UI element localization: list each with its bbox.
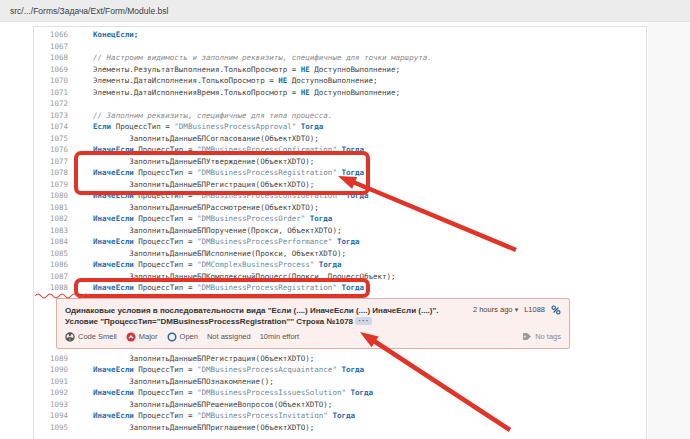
issue-severity-label[interactable]: Major bbox=[139, 332, 158, 341]
tag-icon bbox=[522, 332, 532, 341]
issue-box[interactable]: Одинаковые условия в последовательности … bbox=[56, 298, 570, 349]
code-line: 1084 ИначеЕсли ПроцессТип = "DMBusinessP… bbox=[34, 236, 646, 248]
issue-effort: 10min effort bbox=[260, 332, 299, 341]
code-line: 1089 ЗаполнитьДанныеБПРегистрация(Объект… bbox=[34, 353, 646, 365]
code-line: 1075 ЗаполнитьДанныеБПСогласование(Объек… bbox=[34, 133, 646, 145]
code-text: ИначеЕсли ПроцессТип = "DMComplexBusines… bbox=[75, 259, 341, 271]
line-number[interactable]: 1069 bbox=[34, 64, 75, 76]
line-number[interactable]: 1080 bbox=[34, 190, 75, 202]
code-line: 1074 Если ПроцессТип = "DMBusinessProces… bbox=[34, 121, 646, 133]
line-number[interactable]: 1066 bbox=[34, 29, 75, 41]
issue-type-label[interactable]: Code Smell bbox=[78, 332, 117, 341]
line-number[interactable]: 1071 bbox=[34, 87, 75, 99]
issue-tags[interactable]: No tags bbox=[535, 332, 561, 341]
code-line: 1087 ЗаполнитьДанныеБПКомплексныйПроцесс… bbox=[34, 271, 646, 283]
code-text: // Настроим видимость и заполним реквизи… bbox=[75, 52, 432, 64]
line-number[interactable]: 1090 bbox=[34, 364, 75, 376]
code-text: ИначеЕсли ПроцессТип = "DMBusinessProces… bbox=[75, 410, 355, 422]
line-number[interactable]: 1082 bbox=[34, 213, 75, 225]
code-text: ИначеЕсли ПроцессТип = "DMBusinessProces… bbox=[75, 236, 359, 248]
line-number[interactable]: 1089 bbox=[34, 353, 75, 365]
code-line: 1093 ЗаполнитьДанныеБПРешениеВопросов(Об… bbox=[34, 399, 646, 411]
issue-message-line2: Условие "ПроцессТип="DMBusinessProcessRe… bbox=[65, 317, 353, 326]
code-block-upper: 1066 КонецЕсли;10671068 // Настроим види… bbox=[34, 29, 646, 294]
code-line: 1069 Элементы.РезультатВыполнения.Только… bbox=[34, 64, 646, 76]
line-number[interactable]: 1070 bbox=[34, 75, 75, 87]
issue-status-label[interactable]: Open bbox=[180, 332, 198, 341]
code-line: 1092 ИначеЕсли ПроцессТип = "DMBusinessP… bbox=[34, 387, 646, 399]
code-text: ЗаполнитьДанныеБПИсполнение(Прокси, Объе… bbox=[75, 248, 346, 260]
code-panel: 1066 КонецЕсли;10671068 // Настроим види… bbox=[33, 26, 647, 439]
code-text: ИначеЕсли ПроцессТип = "DMBusinessProces… bbox=[75, 364, 364, 376]
code-line: 1068 // Настроим видимость и заполним ре… bbox=[34, 52, 646, 64]
code-text: ЗаполнитьДанныеБПУтверждение(ОбъектXDTO)… bbox=[75, 156, 314, 168]
code-line: 1083 ЗаполнитьДанныеБППоручение(Прокси, … bbox=[34, 225, 646, 237]
issue-assignee[interactable]: Not assigned bbox=[207, 332, 251, 341]
status-open-icon bbox=[167, 332, 177, 342]
line-number[interactable]: 1087 bbox=[34, 271, 75, 283]
file-path-link[interactable]: src/.../Forms/Задача/Ext/Form/Module.bsl bbox=[10, 6, 168, 16]
code-text: ИначеЕсли ПроцессТип = "DMBusinessProces… bbox=[75, 213, 332, 225]
code-line: 1067 bbox=[34, 41, 646, 53]
code-line: 1095 ЗаполнитьДанныеБППриглашение(Объект… bbox=[34, 422, 646, 434]
code-text: ЗаполнитьДанныеБППриглашение(ОбъектXDTO)… bbox=[75, 422, 314, 434]
line-number[interactable]: 1085 bbox=[34, 248, 75, 260]
code-line: 1080 ИначеЕсли ПроцессТип = "DMBusinessP… bbox=[34, 190, 646, 202]
code-line: 1082 ИначеЕсли ПроцессТип = "DMBusinessP… bbox=[34, 213, 646, 225]
code-text: ЗаполнитьДанныеБПКомплексныйПроцесс(Прок… bbox=[75, 271, 396, 283]
code-text: ЗаполнитьДанныеБПРассмотрение(ОбъектXDTO… bbox=[75, 202, 319, 214]
line-number[interactable]: 1075 bbox=[34, 133, 75, 145]
code-line: 1091 ЗаполнитьДанныеБПОзнакомление(); bbox=[34, 376, 646, 388]
line-number[interactable]: 1093 bbox=[34, 399, 75, 411]
line-number[interactable]: 1074 bbox=[34, 121, 75, 133]
code-block-lower: 1089 ЗаполнитьДанныеБПРегистрация(Объект… bbox=[34, 353, 646, 434]
code-text: ИначеЕсли ПроцессТип = "DMBusinessProces… bbox=[75, 282, 364, 294]
code-text: ИначеЕсли ПроцессТип = "DMBusinessProces… bbox=[75, 144, 364, 156]
code-line: 1071 Элементы.ДатаИсполненияВремя.Только… bbox=[34, 87, 646, 99]
issue-locations-button[interactable]: ··· bbox=[355, 317, 372, 325]
issue-age: 2 hours ago bbox=[473, 305, 513, 314]
line-number[interactable]: 1078 bbox=[34, 167, 75, 179]
code-line: 1090 ИначеЕсли ПроцессТип = "DMBusinessP… bbox=[34, 364, 646, 376]
line-number[interactable]: 1086 bbox=[34, 259, 75, 271]
code-text: Если ПроцессТип = "DMBusinessProcessAppr… bbox=[75, 121, 323, 133]
code-line: 1078 ИначеЕсли ПроцессТип = "DMBusinessP… bbox=[34, 167, 646, 179]
code-text: // Заполним реквизиты, специфичные для т… bbox=[75, 110, 332, 122]
code-line: 1073 // Заполним реквизиты, специфичные … bbox=[34, 110, 646, 122]
code-smell-icon bbox=[65, 332, 75, 342]
line-number[interactable]: 1073 bbox=[34, 110, 75, 122]
code-line: 1077 ЗаполнитьДанныеБПУтверждение(Объект… bbox=[34, 156, 646, 168]
line-number[interactable]: 1067 bbox=[34, 41, 75, 53]
line-number[interactable]: 1077 bbox=[34, 156, 75, 168]
line-number[interactable]: 1076 bbox=[34, 144, 75, 156]
code-line: 1072 bbox=[34, 98, 646, 110]
line-number[interactable]: 1094 bbox=[34, 410, 75, 422]
line-number[interactable]: 1072 bbox=[34, 98, 75, 110]
code-text: ЗаполнитьДанныеБПОзнакомление(); bbox=[75, 376, 274, 388]
line-number[interactable]: 1083 bbox=[34, 225, 75, 237]
line-number[interactable]: 1084 bbox=[34, 236, 75, 248]
issue-message-line1: Одинаковые условия в последовательности … bbox=[65, 305, 473, 316]
permalink-icon[interactable] bbox=[551, 305, 561, 315]
severity-major-icon bbox=[126, 332, 136, 342]
code-line: 1086 ИначеЕсли ПроцессТип = "DMComplexBu… bbox=[34, 259, 646, 271]
code-line: 1070 Элементы.ДатаИсполнения.ТолькоПросм… bbox=[34, 75, 646, 87]
code-text: ЗаполнитьДанныеБПСогласование(ОбъектXDTO… bbox=[75, 133, 319, 145]
code-text: ИначеЕсли ПроцессТип = "DMBusinessProces… bbox=[75, 190, 369, 202]
issue-age-dropdown[interactable]: 2 hours ago ▾ bbox=[473, 305, 518, 314]
line-number[interactable]: 1092 bbox=[34, 387, 75, 399]
code-text: Элементы.РезультатВыполнения.ТолькоПросм… bbox=[75, 64, 400, 76]
code-text: Элементы.ДатаИсполнения.ТолькоПросмотр =… bbox=[75, 75, 378, 87]
issue-message[interactable]: Одинаковые условия в последовательности … bbox=[65, 305, 473, 327]
page-background-strip bbox=[648, 22, 690, 439]
line-number[interactable]: 1068 bbox=[34, 52, 75, 64]
line-number[interactable]: 1081 bbox=[34, 202, 75, 214]
code-text: Элементы.ДатаИсполненияВремя.ТолькоПросм… bbox=[75, 87, 400, 99]
file-path-bar: src/.../Forms/Задача/Ext/Form/Module.bsl bbox=[0, 0, 690, 22]
code-line: 1079 ЗаполнитьДанныеБПРегистрация(Объект… bbox=[34, 179, 646, 191]
line-number[interactable]: 1095 bbox=[34, 422, 75, 434]
line-number[interactable]: 1091 bbox=[34, 376, 75, 388]
line-number[interactable]: 1088 bbox=[34, 282, 75, 294]
line-number[interactable]: 1079 bbox=[34, 179, 75, 191]
issue-line-link[interactable]: L1088 bbox=[524, 305, 545, 314]
